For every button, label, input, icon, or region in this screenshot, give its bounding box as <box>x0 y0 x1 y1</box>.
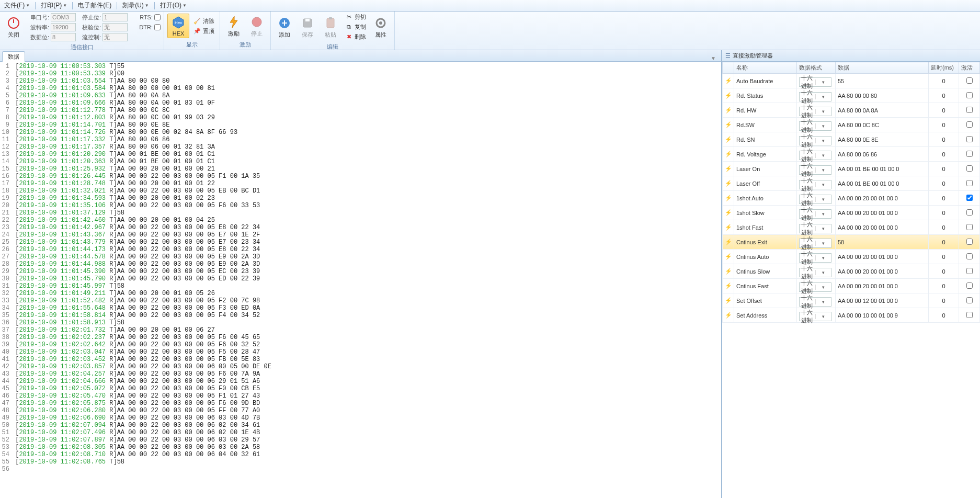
stimulus-row[interactable]: ⚡Rd. SN十六进制▾AA 80 00 0E 8E0 <box>723 132 980 147</box>
active-checkbox[interactable] <box>966 92 973 98</box>
chevron-down-icon[interactable]: ▾ <box>815 94 831 99</box>
log-line[interactable]: 5 [2019-10-09 11:01:09.633 T]AA 80 00 0A… <box>0 92 721 99</box>
stimulus-delay-cell[interactable]: 0 <box>929 308 959 323</box>
chevron-down-icon[interactable]: ▾ <box>815 167 831 173</box>
log-line[interactable]: 48 [2019-10-09 11:02:06.280 R]AA 00 00 2… <box>0 407 721 414</box>
active-checkbox[interactable] <box>966 121 973 128</box>
stimulus-delay-cell[interactable]: 0 <box>929 293 959 308</box>
stimulus-name-cell[interactable]: Cntinus Exit <box>734 235 797 250</box>
stimulus-data-cell[interactable]: AA 00 00 20 00 01 00 0 <box>836 250 929 264</box>
stimulus-delay-cell[interactable]: 0 <box>929 220 959 235</box>
active-checkbox[interactable] <box>966 239 973 245</box>
stimulus-name-cell[interactable]: 1shot Auto <box>734 191 797 206</box>
active-checkbox[interactable] <box>966 136 973 142</box>
stimulus-data-cell[interactable]: AA 00 00 20 00 01 00 0 <box>836 264 929 279</box>
stimulus-name-cell[interactable]: Set Offset <box>734 293 797 308</box>
stimulus-row[interactable]: ⚡Rd. HW十六进制▾AA 80 00 0A 8A0 <box>723 103 980 118</box>
stimulus-delay-cell[interactable]: 0 <box>929 279 959 293</box>
dtr-checkbox[interactable] <box>154 24 161 30</box>
stimulus-data-cell[interactable]: AA 00 01 BE 00 01 00 0 <box>836 176 929 191</box>
stimulus-row[interactable]: ⚡1shot Slow十六进制▾AA 00 00 20 00 01 00 00 <box>723 206 980 220</box>
log-line[interactable]: 26 [2019-10-09 11:01:44.173 R]AA 00 00 2… <box>0 246 721 253</box>
log-line[interactable]: 53 [2019-10-09 11:02:08.305 R]AA 00 00 2… <box>0 444 721 451</box>
stimulus-row[interactable]: ⚡Set Address十六进制▾AA 00 00 10 00 01 00 90 <box>723 308 980 323</box>
log-line[interactable]: 7 [2019-10-09 11:01:12.778 T]AA 80 00 0C… <box>0 107 721 114</box>
chevron-down-icon[interactable]: ▾ <box>815 138 831 143</box>
chevron-down-icon[interactable]: ▾ <box>815 80 831 85</box>
format-dropdown[interactable]: 十六进制▾ <box>799 136 831 145</box>
log-line[interactable]: 45 [2019-10-09 11:02:05.072 R]AA 00 00 2… <box>0 385 721 392</box>
stimulus-delay-cell[interactable]: 0 <box>929 162 959 176</box>
stimulus-name-cell[interactable]: Laser On <box>734 162 797 176</box>
active-checkbox[interactable] <box>966 268 973 274</box>
column-header-format[interactable]: 数据格式 <box>797 62 836 74</box>
active-checkbox[interactable] <box>966 107 973 113</box>
active-checkbox[interactable] <box>966 165 973 172</box>
stimulus-data-cell[interactable]: AA 80 00 00 80 <box>836 88 929 103</box>
chevron-down-icon[interactable]: ▾ <box>815 197 831 202</box>
format-dropdown[interactable]: 十六进制▾ <box>799 151 831 160</box>
log-line[interactable]: 33 [2019-10-09 11:01:52.482 R]AA 00 00 2… <box>0 297 721 304</box>
chevron-down-icon[interactable]: ▾ <box>815 109 831 114</box>
log-line[interactable]: 19 [2019-10-09 11:01:34.593 T]AA 00 00 2… <box>0 195 721 202</box>
log-line[interactable]: 54 [2019-10-09 11:02:08.710 R]AA 00 00 2… <box>0 451 721 458</box>
stimulus-data-cell[interactable]: AA 80 00 0C 8C <box>836 118 929 132</box>
format-dropdown[interactable]: 十六进制▾ <box>799 209 831 219</box>
log-line[interactable]: 46 [2019-10-09 11:02:05.470 R]AA 00 00 2… <box>0 392 721 400</box>
log-line[interactable]: 35 [2019-10-09 11:01:58.814 R]AA 00 00 2… <box>0 312 721 319</box>
stimulus-row[interactable]: ⚡Cntinus Exit十六进制▾580 <box>723 235 980 250</box>
stimulus-delay-cell[interactable]: 0 <box>929 191 959 206</box>
stimulus-data-cell[interactable]: AA 80 00 0E 8E <box>836 132 929 147</box>
log-line[interactable]: 18 [2019-10-09 11:01:32.021 R]AA 00 00 2… <box>0 187 721 195</box>
chevron-down-icon[interactable]: ▾ <box>815 153 831 158</box>
add-button[interactable]: 添加 <box>274 15 295 40</box>
chevron-down-icon[interactable]: ▾ <box>815 314 831 319</box>
chevron-down-icon[interactable]: ▾ <box>815 299 831 304</box>
stimulus-name-cell[interactable]: Cntinus Auto <box>734 250 797 264</box>
stimulus-button[interactable]: 激励 <box>223 14 244 39</box>
stimulus-name-cell[interactable]: Rd. Voltage <box>734 147 797 162</box>
menu-email[interactable]: 电子邮件(E) <box>76 1 113 10</box>
format-dropdown[interactable]: 十六进制▾ <box>799 224 831 233</box>
log-line[interactable]: 41 [2019-10-09 11:02:03.452 R]AA 00 00 2… <box>0 356 721 363</box>
log-line[interactable]: 14 [2019-10-09 11:01:20.363 R]AA 00 01 B… <box>0 158 721 165</box>
format-dropdown[interactable]: 十六进制▾ <box>799 253 831 263</box>
column-header-delay[interactable]: 延时(ms) <box>929 62 959 74</box>
log-line[interactable]: 9 [2019-10-09 11:01:14.701 T]AA 80 00 0E… <box>0 121 721 129</box>
stimulus-data-cell[interactable]: AA 00 00 10 00 01 00 9 <box>836 308 929 323</box>
column-header-icon[interactable] <box>723 62 734 74</box>
stimulus-row[interactable]: ⚡Rd. Status十六进制▾AA 80 00 00 800 <box>723 88 980 103</box>
serial-log[interactable]: 1 [2019-10-09 11:00:53.303 T]552 [2019-1… <box>0 62 721 498</box>
chevron-down-icon[interactable]: ▾ <box>815 270 831 275</box>
log-line[interactable]: 36 [2019-10-09 11:01:58.913 T]58 <box>0 319 721 326</box>
stimulus-name-cell[interactable]: 1shot Slow <box>734 206 797 220</box>
format-dropdown[interactable]: 十六进制▾ <box>799 121 831 131</box>
log-line[interactable]: 28 [2019-10-09 11:01:44.988 R]AA 00 00 2… <box>0 261 721 268</box>
format-dropdown[interactable]: 十六进制▾ <box>799 268 831 277</box>
log-line[interactable]: 49 [2019-10-09 11:02:06.690 R]AA 00 00 2… <box>0 414 721 422</box>
log-line[interactable]: 29 [2019-10-09 11:01:45.390 R]AA 00 00 2… <box>0 268 721 275</box>
stimulus-row[interactable]: ⚡Cntinus Auto十六进制▾AA 00 00 20 00 01 00 0… <box>723 250 980 264</box>
stimulus-row[interactable]: ⚡Laser On十六进制▾AA 00 01 BE 00 01 00 00 <box>723 162 980 176</box>
stimulus-row[interactable]: ⚡1shot Auto十六进制▾AA 00 00 20 00 01 00 00 <box>723 191 980 206</box>
log-line[interactable]: 32 [2019-10-09 11:01:49.211 T]AA 00 00 2… <box>0 290 721 297</box>
stimulus-row[interactable]: ⚡Cntinus Fast十六进制▾AA 00 00 20 00 01 00 0… <box>723 279 980 293</box>
column-header-data[interactable]: 数据 <box>836 62 929 74</box>
log-line[interactable]: 51 [2019-10-09 11:02:07.496 R]AA 00 00 2… <box>0 429 721 436</box>
hex-mode-button[interactable]: Hex HEX <box>167 14 189 38</box>
paste-button[interactable]: 粘贴 <box>320 15 341 40</box>
log-line[interactable]: 15 [2019-10-09 11:01:25.932 T]AA 00 00 2… <box>0 165 721 173</box>
stimulus-delay-cell[interactable]: 0 <box>929 103 959 118</box>
log-line[interactable]: 47 [2019-10-09 11:02:05.875 R]AA 00 00 2… <box>0 400 721 407</box>
log-line[interactable]: 12 [2019-10-09 11:01:17.357 R]AA 80 00 0… <box>0 143 721 151</box>
stimulus-name-cell[interactable]: Laser Off <box>734 176 797 191</box>
format-dropdown[interactable]: 十六进制▾ <box>799 282 831 292</box>
menu-file[interactable]: 文件(F) ▼ <box>2 1 32 10</box>
log-line[interactable]: 11 [2019-10-09 11:01:17.332 T]AA 80 00 0… <box>0 136 721 143</box>
active-checkbox[interactable] <box>966 253 973 259</box>
format-dropdown[interactable]: 十六进制▾ <box>799 77 831 87</box>
active-checkbox[interactable] <box>966 297 973 303</box>
format-dropdown[interactable]: 十六进制▾ <box>799 312 831 321</box>
log-line[interactable]: 31 [2019-10-09 11:01:45.997 T]58 <box>0 282 721 290</box>
stimulus-data-cell[interactable]: AA 00 01 BE 00 01 00 0 <box>836 162 929 176</box>
